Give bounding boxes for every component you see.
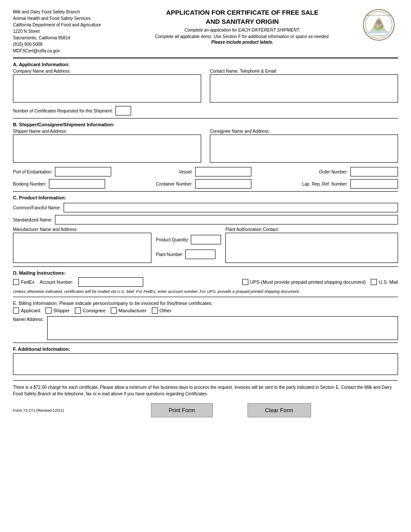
address1: 1220 N Street <box>13 28 125 35</box>
fedex-label: FedEx <box>21 279 35 285</box>
plant-label: Plant Number: <box>156 252 183 257</box>
plant-auth-input[interactable] <box>225 233 398 263</box>
print-button[interactable]: Print Form <box>151 403 213 417</box>
certs-requested-input[interactable] <box>116 106 131 115</box>
section-e-label: E. Billing Information: Please indicate … <box>13 301 398 306</box>
order-label: Order Number: <box>319 170 348 174</box>
account-number-label: Account Number: <box>40 280 73 285</box>
form-title-line2: AND SANITARY ORIGIN <box>125 18 359 25</box>
consignee-label: Consignee <box>83 308 106 313</box>
contact-info-input[interactable] <box>210 74 398 103</box>
laprep-input[interactable] <box>350 179 398 189</box>
email: MDFSCert@cdfa.ca.gov <box>13 48 125 54</box>
standard-name-label: Standardized Name: <box>13 218 52 222</box>
shipper-label: Shipper <box>53 308 70 313</box>
usmail-label: U.S. Mail <box>379 279 398 285</box>
vessel-label: Vessel: <box>179 170 193 174</box>
subtitle2: Complete all applicable items. Use Secti… <box>125 33 359 40</box>
manufacturer-label: Manufacturer <box>119 308 147 313</box>
seal-container: GREAT SEAL OF THE STATE CALIFORNIA ★ <box>359 9 398 41</box>
ups-checkbox[interactable] <box>242 279 248 285</box>
svg-text:GREAT SEAL OF THE STATE: GREAT SEAL OF THE STATE <box>366 14 392 16</box>
bold-note: Please include product labels. <box>125 40 359 45</box>
org-line2: Animal Health and Food Safety Services <box>13 15 125 22</box>
svg-text:★: ★ <box>377 16 380 19</box>
laprep-label: Lap. Rep. Ref. Number: <box>302 182 348 186</box>
contact-label: Contact Name, Telephone & Email: <box>210 69 398 74</box>
manufacturer-input[interactable] <box>13 233 151 263</box>
mfr-label: Manufacturer Name and Address: <box>13 227 151 232</box>
charge-note: There is a $72.00 charge for each certif… <box>13 384 398 397</box>
fedex-checkbox[interactable] <box>13 279 19 285</box>
vessel-input[interactable] <box>195 167 251 176</box>
manufacturer-checkbox[interactable] <box>111 308 117 314</box>
additional-info-input[interactable] <box>13 353 398 375</box>
consignee-label: Consignee Name and Address: <box>210 129 398 134</box>
common-name-label: Common/Fanciful Name: <box>13 205 61 210</box>
company-address-input[interactable] <box>13 74 201 103</box>
address2: Sacramento, California 95814 <box>13 35 125 41</box>
svg-rect-9 <box>369 31 389 34</box>
applicant-label: Applicant <box>21 308 40 313</box>
header-title-block: APPLICATION FOR CERTIFICATE OF FREE SALE… <box>125 9 359 45</box>
booking-label: Booking Number: <box>13 182 46 186</box>
shipper-checkbox[interactable] <box>45 308 51 314</box>
section-c-label: C. Product Information: <box>13 195 398 200</box>
shipper-address-input[interactable] <box>13 135 201 163</box>
section-b-label: B. Shipper/Consignee/Shipment Informatio… <box>13 122 398 127</box>
other-checkbox[interactable] <box>152 308 158 314</box>
section-d: D. Mailing Instructions: FedEx Account N… <box>13 270 398 294</box>
section-f: F. Additional Information: <box>13 346 398 376</box>
name-address-label: Name/ Address: <box>13 316 47 322</box>
plant-number-input[interactable] <box>185 250 215 259</box>
booking-input[interactable] <box>49 179 105 189</box>
section-d-label: D. Mailing Instructions: <box>13 270 398 276</box>
standard-name-input[interactable] <box>55 215 398 224</box>
section-f-label: F. Additional Information: <box>13 346 398 352</box>
billing-name-address-input[interactable] <box>47 316 398 340</box>
consignee-checkbox[interactable] <box>75 308 81 314</box>
form-title-line1: APPLICATION FOR CERTIFICATE OF FREE SALE <box>125 9 359 16</box>
qty-label: Product Quantity: <box>156 237 189 242</box>
ups-label: UPS (Must provide prepaid printed shippi… <box>250 279 366 285</box>
subtitle1: Complete an application for EACH DIFFERE… <box>125 27 359 33</box>
org-info: Milk and Dairy Food Safety Branch Animal… <box>13 9 125 54</box>
qty-input[interactable] <box>191 235 221 244</box>
section-e: E. Billing Information: Please indicate … <box>13 301 398 340</box>
port-input[interactable] <box>55 167 111 176</box>
other-label: Other <box>160 308 172 313</box>
plant-auth-label: Plant Authorization Contact: <box>225 227 398 232</box>
form-number: Form 72-271 (Revised 12/21) <box>13 408 64 413</box>
company-label: Company Name and Address: <box>13 69 201 74</box>
certs-label: Number of Certificates Requested for thi… <box>13 109 113 113</box>
clear-button[interactable]: Clear Form <box>247 403 311 417</box>
section-a: A. Applicant Information: Company Name a… <box>13 62 398 115</box>
port-label: Port of Embarkation: <box>13 170 52 174</box>
svg-text:CALIFORNIA: CALIFORNIA <box>372 35 385 37</box>
section-a-label: A. Applicant Information: <box>13 62 398 67</box>
org-line1: Milk and Dairy Food Safety Branch <box>13 9 125 15</box>
shipper-label: Shipper Name and Address: <box>13 129 201 134</box>
california-seal-icon: GREAT SEAL OF THE STATE CALIFORNIA ★ <box>363 9 395 41</box>
applicant-checkbox[interactable] <box>13 308 19 314</box>
section-b: B. Shipper/Consignee/Shipment Informatio… <box>13 122 398 189</box>
common-name-input[interactable] <box>64 203 398 212</box>
usmail-checkbox[interactable] <box>371 279 377 285</box>
mailing-note: Unless otherwise indicated, certificates… <box>13 288 398 294</box>
order-input[interactable] <box>350 167 398 176</box>
consignee-address-input[interactable] <box>210 135 398 163</box>
org-line3: California Department of Food and Agricu… <box>13 22 125 28</box>
section-c: C. Product Information: Common/Fanciful … <box>13 195 398 264</box>
phone: (916) 900-5008 <box>13 41 125 48</box>
container-input[interactable] <box>195 179 251 189</box>
account-number-input[interactable] <box>78 277 143 287</box>
container-label: Container Number: <box>156 182 193 186</box>
